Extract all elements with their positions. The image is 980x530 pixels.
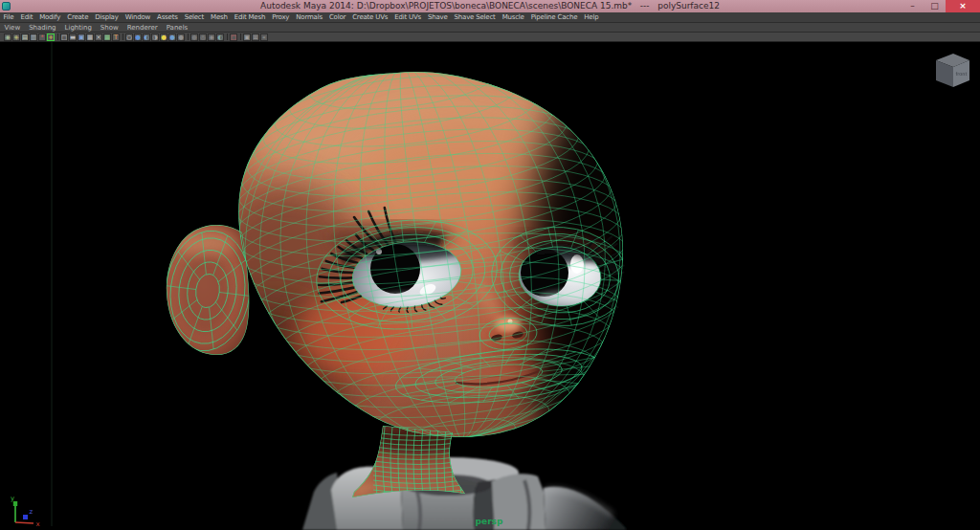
toolbar-icon-no-lights[interactable]: ● [177,33,185,41]
menu-item-edit-mesh[interactable]: Edit Mesh [231,13,268,21]
toolbar-icon-image-plane[interactable]: * [38,33,46,41]
menu-bar: FileEditModifyCreateDisplayWindowAssetsS… [0,12,980,23]
window-title: Autodesk Maya 2014: D:\Dropbox\PROJETOS\… [86,0,894,12]
menu-item-shave[interactable]: Shave [424,13,451,21]
toolbar-icon-screen-space-ao[interactable]: ◎ [199,33,207,41]
menu-item-file[interactable]: File [0,13,17,21]
panel-menu-item-lighting[interactable]: Lighting [60,24,96,32]
toolbar-divider [57,33,58,40]
toolbar-icon-textured-display[interactable]: ◐ [143,33,150,41]
toolbar-icon-safe-action[interactable]: × [95,33,102,41]
toolbar-divider [122,33,123,40]
viewcube-front-label: front [956,71,968,77]
menu-item-shave-select[interactable]: Shave Select [451,13,499,21]
menu-item-edit-uvs[interactable]: Edit UVs [391,13,425,21]
menu-item-edit[interactable]: Edit [17,13,36,21]
toolbar-icon-two-d-pan-zoom[interactable]: + [47,33,55,41]
z-axis-marker [23,515,28,519]
panel-menu-item-renderer[interactable]: Renderer [122,24,162,32]
menu-item-select[interactable]: Select [181,13,207,21]
menu-item-muscle[interactable]: Muscle [499,13,527,21]
toolbar-icon-default-lighting[interactable]: ● [168,33,176,41]
menu-item-help[interactable]: Help [581,13,602,21]
toolbar-icon-safe-title[interactable]: ▦ [103,33,111,41]
toolbar-icon-use-default-material[interactable]: ◑ [151,33,159,41]
panel-menu-item-view[interactable]: View [0,24,25,32]
toolbar-icon-multisample-aa[interactable]: ◐ [216,33,224,41]
panel-menu-item-shading[interactable]: Shading [25,24,60,32]
panel-menu-item-show[interactable]: Show [96,24,122,32]
toolbar-icon-bookmarks[interactable]: ▥ [30,33,37,41]
viewport-panel[interactable]: y x z persp front [0,42,980,530]
menu-item-window[interactable]: Window [122,13,153,21]
menu-item-mesh[interactable]: Mesh [208,13,232,21]
z-axis-label: z [30,508,33,516]
menu-item-modify[interactable]: Modify [36,13,64,21]
panel-menu-item-panels[interactable]: Panels [162,24,192,32]
toolbar-icon-film-gate[interactable]: □ [60,33,68,41]
toolbar-icon-channel-box-toggle[interactable]: « [260,33,268,41]
toolbar-icon-multi-pane-layout[interactable]: ⊞ [252,33,259,41]
toolbar-divider [227,33,228,40]
right-eye-highlight [570,254,584,274]
panel-toolbar: ◉◈▤▥*+□▬▣▦×▦T○●◐◑●●●●◎◉◐□▣⊞« [0,33,980,42]
toolbar-icon-smooth-shade-all[interactable]: ● [134,33,142,41]
menu-item-create[interactable]: Create [64,13,92,21]
menu-item-pipeline-cache[interactable]: Pipeline Cache [527,13,581,21]
y-axis-label: y [11,495,14,502]
menu-item-create-uvs[interactable]: Create UVs [349,13,391,21]
maximize-button[interactable]: □ [924,0,946,12]
menu-item-assets[interactable]: Assets [154,13,182,21]
menu-item-display[interactable]: Display [92,13,122,21]
minimize-button[interactable]: – [902,0,924,12]
maya-app-icon [2,2,11,11]
camera-name-label: persp [476,517,503,526]
toolbar-icon-resolution-gate[interactable]: ▬ [69,33,77,41]
perspective-viewport[interactable]: y x z persp front [0,42,980,530]
toolbar-divider [188,33,189,40]
toolbar-icon-camera-attributes[interactable]: ▤ [21,33,29,41]
menu-item-color[interactable]: Color [325,13,348,21]
viewcube[interactable]: front [936,54,969,87]
window-controls: – □ × [902,0,980,12]
toolbar-icon-select-camera[interactable]: ◉ [4,33,11,41]
menu-item-proxy[interactable]: Proxy [269,13,293,21]
title-bar: Autodesk Maya 2014: D:\Dropbox\PROJETOS\… [0,0,980,12]
toolbar-icon-grease-pencil[interactable]: ▣ [243,33,251,41]
panel-menu-bar: ViewShadingLightingShowRendererPanels [0,23,980,33]
toolbar-icon-motion-blur[interactable]: ◉ [208,33,215,41]
toolbar-icon-frame-marker[interactable]: T [112,33,120,41]
x-axis-label: x [36,520,40,528]
close-button[interactable]: × [946,0,980,12]
toolbar-icon-isolate-select[interactable]: □ [230,33,237,41]
toolbar-divider [240,33,241,40]
toolbar-icon-wireframe-display[interactable]: ○ [125,33,133,41]
toolbar-icon-lock-camera[interactable]: ◈ [12,33,20,41]
menu-item-normals[interactable]: Normals [293,13,326,21]
toolbar-icon-gate-mask[interactable]: ▣ [78,33,85,41]
toolbar-icon-use-all-lights[interactable]: ● [160,33,167,41]
toolbar-icon-shadows[interactable]: ● [190,33,198,41]
toolbar-icon-field-chart[interactable]: ▦ [86,33,94,41]
